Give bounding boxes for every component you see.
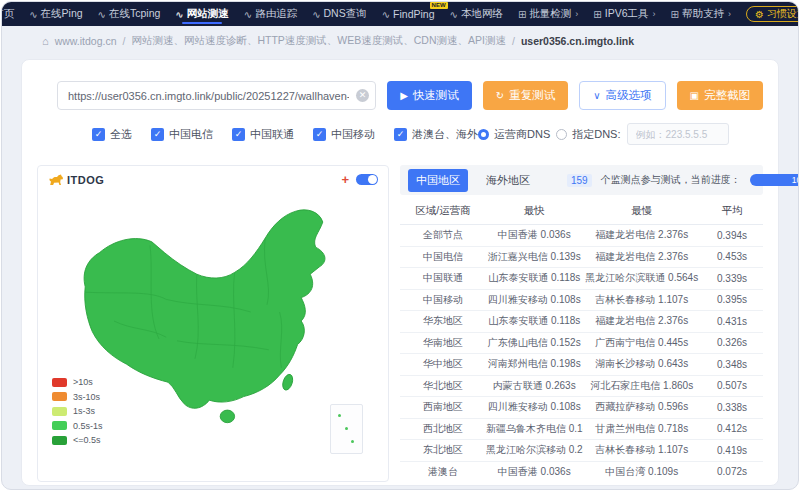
- legend-item: >10s: [52, 377, 103, 387]
- checkbox-checked-icon: ✓: [313, 128, 326, 141]
- pulse-icon: ∿: [450, 9, 458, 20]
- nav-item[interactable]: ∿DNS查询: [312, 2, 367, 26]
- nav-item-label: 网站测速: [187, 7, 229, 21]
- nav-item[interactable]: ∿在线Ping: [29, 2, 82, 26]
- nav-item-label: IPV6工具: [605, 7, 649, 21]
- nav-item[interactable]: ∿在线Tcping: [98, 2, 161, 26]
- slowest-cell: 中国台湾 0.109s: [583, 465, 701, 479]
- nav-item[interactable]: ∿路由追踪: [244, 2, 297, 26]
- average-cell: 0.453s: [701, 251, 763, 262]
- average-cell: 0.507s: [701, 380, 763, 391]
- home-icon: ⌂: [42, 35, 49, 47]
- monitor-count-badge: 159: [567, 174, 592, 187]
- average-cell: 0.419s: [701, 445, 763, 456]
- nav-item[interactable]: ⊞批量检测›: [518, 2, 578, 26]
- checkbox-china-telecom[interactable]: ✓中国电信: [151, 127, 213, 142]
- legend-swatch: [52, 421, 67, 430]
- carrier-dns-label: 运营商DNS: [494, 127, 550, 142]
- breadcrumb-site[interactable]: www.itdog.cn: [55, 35, 117, 47]
- tab-china-region[interactable]: 中国地区: [408, 169, 468, 192]
- content-panels: ITDOG +: [37, 165, 763, 482]
- table-row: 华南地区广东佛山电信 0.152s广西南宁电信 0.445s0.326s: [400, 333, 763, 355]
- legend-label: >10s: [73, 377, 93, 387]
- fastest-cell: 浙江嘉兴电信 0.139s: [486, 250, 583, 264]
- table-header-cell: 区域/运营商: [400, 204, 486, 218]
- nav-item-label: 本地网络: [461, 7, 503, 21]
- average-cell: 0.339s: [701, 273, 763, 284]
- custom-dns-input[interactable]: [627, 123, 729, 145]
- region-cell: 中国联通: [400, 271, 486, 285]
- region-cell: 华北地区: [400, 379, 486, 393]
- legend-item: <=0.5s: [52, 435, 103, 445]
- slowest-cell: 广西南宁电信 0.445s: [583, 336, 701, 350]
- tab-overseas-region[interactable]: 海外地区: [478, 169, 538, 192]
- nav-item[interactable]: ⊞IPV6工具›: [593, 2, 655, 26]
- region-cell: 华南地区: [400, 336, 486, 350]
- pulse-icon: ∿: [98, 9, 106, 20]
- table-row: 全部节点中国香港 0.036s福建龙岩电信 2.376s0.394s: [400, 225, 763, 247]
- itdog-logo: ITDOG: [48, 173, 104, 186]
- map-toggle[interactable]: [356, 174, 378, 185]
- progress-value: 100%: [792, 175, 799, 185]
- pulse-icon: ∿: [175, 9, 183, 20]
- average-cell: 0.338s: [701, 402, 763, 413]
- table-row: 中国移动四川雅安移动 0.108s吉林长春移动 1.107s0.395s: [400, 290, 763, 312]
- custom-dns-label: 指定DNS:: [572, 127, 620, 142]
- fastest-cell: 中国香港 0.036s: [486, 228, 583, 242]
- region-cell: 东北地区: [400, 443, 486, 457]
- inset-island-dot: [351, 440, 354, 443]
- breadcrumb-separator: /: [512, 35, 515, 47]
- red-plus-icon[interactable]: +: [341, 174, 349, 185]
- advanced-options-button[interactable]: ∨高级选项: [579, 81, 665, 110]
- breadcrumb: ⌂ www.itdog.cn / 网站测速、网站速度诊断、HTTP速度测试、WE…: [2, 26, 798, 56]
- results-panel: 中国地区海外地区 159 个监测点参与测试，当前进度： 100% 区域/运营商最…: [400, 165, 763, 482]
- hainan-island: [220, 410, 234, 423]
- fastest-cell: 黑龙江哈尔滨移动 0.238s: [486, 443, 583, 457]
- nav-item[interactable]: ⊞帮助支持›: [670, 2, 730, 26]
- table-row: 港澳台中国香港 0.036s中国台湾 0.109s0.072s: [400, 462, 763, 483]
- checkbox-select-all[interactable]: ✓全选: [92, 127, 132, 142]
- gear-icon: ⚙: [755, 9, 764, 20]
- checkbox-hmt-overseas[interactable]: ✓港澳台、海外: [394, 127, 478, 142]
- dns-options: 运营商DNS 指定DNS:: [478, 123, 729, 145]
- slowest-cell: 黑龙江哈尔滨联通 0.564s: [583, 271, 701, 285]
- checkbox-china-mobile[interactable]: ✓中国移动: [313, 127, 375, 142]
- url-input[interactable]: [57, 81, 376, 110]
- repeat-test-button[interactable]: ↻重复测试: [483, 81, 568, 110]
- nav-item[interactable]: ∿FindPingNEW: [382, 2, 435, 26]
- slowest-cell: 西藏拉萨移动 0.596s: [583, 400, 701, 414]
- progress-bar: 100%: [750, 174, 799, 186]
- nav-item-label: 首页: [1, 7, 14, 21]
- results-table: 区域/运营商最快最慢平均 全部节点中国香港 0.036s福建龙岩电信 2.376…: [400, 198, 763, 482]
- nav-item[interactable]: ∿网站测速: [175, 2, 228, 26]
- pulse-icon: ∿: [312, 9, 320, 20]
- legend-item: 3s-10s: [52, 392, 103, 402]
- legend-item: 1s-3s: [52, 406, 103, 416]
- region-cell: 港澳台: [400, 465, 486, 479]
- dog-icon: [48, 173, 64, 186]
- quick-test-button[interactable]: ▶快速测试: [387, 81, 472, 110]
- table-row: 华东地区山东泰安联通 0.118s福建龙岩电信 2.376s0.431s: [400, 311, 763, 333]
- progress-label: 个监测点参与测试，当前进度：: [601, 173, 741, 187]
- radio-custom-dns[interactable]: 指定DNS:: [556, 127, 620, 142]
- logo-text: ITDOG: [67, 174, 104, 186]
- checkbox-label: 中国联通: [250, 127, 294, 142]
- table-header-cell: 最慢: [583, 204, 701, 218]
- nav-item-label: 批量检测: [529, 7, 571, 21]
- full-screenshot-button[interactable]: ▣完整截图: [677, 81, 763, 110]
- fastest-cell: 四川雅安移动 0.108s: [486, 293, 583, 307]
- table-row: 华北地区内蒙古联通 0.263s河北石家庄电信 1.860s0.507s: [400, 376, 763, 398]
- settings-button[interactable]: ⚙ 习惯设置: [746, 6, 799, 22]
- slowest-cell: 吉林长春移动 1.107s: [583, 443, 701, 457]
- slowest-cell: 吉林长春移动 1.107s: [583, 293, 701, 307]
- pulse-icon: ∿: [244, 9, 252, 20]
- legend-swatch: [52, 436, 67, 445]
- nav-item[interactable]: ∿本地网络: [450, 2, 503, 26]
- toolbar: ✕ ▶快速测试↻重复测试∨高级选项▣完整截图: [37, 81, 763, 110]
- legend-label: 3s-10s: [73, 392, 100, 402]
- checkbox-china-unicom[interactable]: ✓中国联通: [232, 127, 294, 142]
- nav-item-label: 路由追踪: [255, 7, 297, 21]
- checkbox-checked-icon: ✓: [232, 128, 245, 141]
- nav-item[interactable]: ⌂首页: [1, 2, 14, 26]
- radio-carrier-dns[interactable]: 运营商DNS: [478, 127, 550, 142]
